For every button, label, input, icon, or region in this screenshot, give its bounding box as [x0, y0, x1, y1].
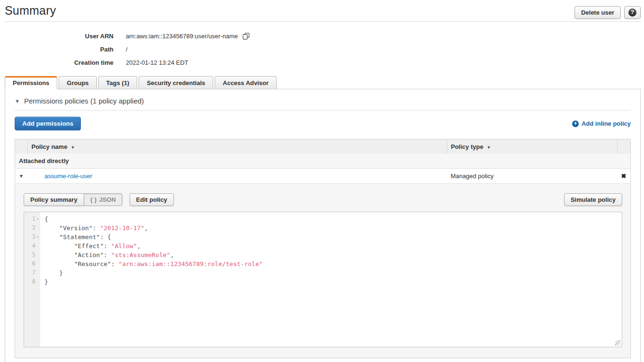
expand-column-header	[15, 139, 27, 154]
field-label: Creation time	[0, 59, 113, 66]
field-label: User ARN	[0, 33, 113, 40]
policy-name-link[interactable]: assume-role-user	[31, 172, 92, 180]
tab-access-advisor[interactable]: Access Advisor	[215, 76, 277, 89]
policy-actions-row: Add permissions + Add inline policy	[15, 117, 631, 130]
editor-gutter: 1▾23▾45678	[24, 212, 40, 347]
field-row-path: Path /	[0, 43, 644, 56]
user-arn-value: arn:aws:iam::123456789:user/user-name	[126, 33, 238, 40]
fold-caret-icon[interactable]: ▾	[35, 235, 40, 239]
policy-type-column-header[interactable]: Policy type▼	[447, 139, 617, 154]
json-view-button[interactable]: { }JSON	[84, 193, 122, 206]
remove-policy-button[interactable]: ✖	[617, 169, 630, 183]
tab-bar: PermissionsGroupsTags (1)Security creden…	[5, 76, 641, 89]
page-header: Summary Delete user ?	[5, 0, 641, 22]
creation-time-value: 2022-01-12 13:24 EDT	[126, 59, 188, 66]
editor-resize-handle-icon[interactable]	[615, 340, 621, 346]
permissions-panel: ▼ Permissions policies (1 policy applied…	[5, 89, 641, 362]
page-title: Summary	[5, 4, 56, 17]
permissions-policies-section-header[interactable]: ▼ Permissions policies (1 policy applied…	[15, 89, 631, 111]
field-label: Path	[0, 46, 113, 53]
collapse-caret-icon: ▼	[15, 98, 20, 104]
fold-caret-icon[interactable]: ▾	[35, 217, 40, 221]
policy-type-cell: Managed policy	[447, 169, 617, 183]
sort-caret-icon: ▼	[487, 145, 491, 150]
sort-caret-icon: ▼	[70, 145, 75, 150]
tab-tags-1[interactable]: Tags (1)	[98, 76, 138, 89]
group-row-label: Attached directly	[15, 154, 630, 169]
policy-name-column-header[interactable]: Policy name▼	[27, 139, 447, 154]
policies-table: Policy name▼ Policy type▼ Attached direc…	[15, 139, 631, 358]
table-header-row: Policy name▼ Policy type▼	[15, 139, 630, 154]
add-inline-policy-link[interactable]: + Add inline policy	[572, 120, 631, 127]
field-row-creation-time: Creation time 2022-01-12 13:24 EDT	[0, 56, 644, 69]
user-details: User ARN arn:aws:iam::123456789:user/use…	[0, 22, 644, 76]
path-value: /	[126, 46, 128, 53]
attached-directly-group-row: Attached directly	[15, 154, 630, 169]
delete-user-button[interactable]: Delete user	[574, 6, 621, 19]
field-row-user-arn: User ARN arn:aws:iam::123456789:user/use…	[0, 29, 644, 43]
help-button[interactable]: ?	[624, 6, 641, 19]
policy-table-row: ▼ assume-role-user Managed policy ✖	[15, 169, 630, 183]
simulate-policy-button[interactable]: Simulate policy	[564, 193, 622, 206]
policy-detail-expanded: Policy summary { }JSON Edit policy Simul…	[15, 183, 630, 358]
tab-security-credentials[interactable]: Security credentials	[139, 76, 213, 89]
json-braces-icon: { }	[90, 196, 97, 203]
editor-code: { "Version": "2012-10-17", "Statement": …	[40, 212, 263, 347]
row-expand-caret-icon[interactable]: ▼	[15, 169, 27, 183]
actions-column-header	[617, 139, 630, 154]
question-icon: ?	[628, 9, 636, 17]
tab-permissions[interactable]: Permissions	[5, 76, 57, 89]
plus-icon: +	[572, 121, 579, 127]
json-editor[interactable]: 1▾23▾45678 { "Version": "2012-10-17", "S…	[24, 212, 622, 347]
policy-detail-toolbar: Policy summary { }JSON Edit policy Simul…	[24, 193, 622, 206]
edit-policy-button[interactable]: Edit policy	[130, 193, 174, 206]
tab-groups[interactable]: Groups	[59, 76, 96, 89]
header-actions: Delete user ?	[574, 4, 641, 19]
section-title: Permissions policies (1 policy applied)	[24, 97, 144, 105]
field-value: arn:aws:iam::123456789:user/user-name	[126, 33, 250, 40]
policy-summary-button[interactable]: Policy summary	[24, 193, 84, 206]
add-permissions-button[interactable]: Add permissions	[15, 117, 81, 130]
copy-icon[interactable]	[243, 33, 250, 40]
